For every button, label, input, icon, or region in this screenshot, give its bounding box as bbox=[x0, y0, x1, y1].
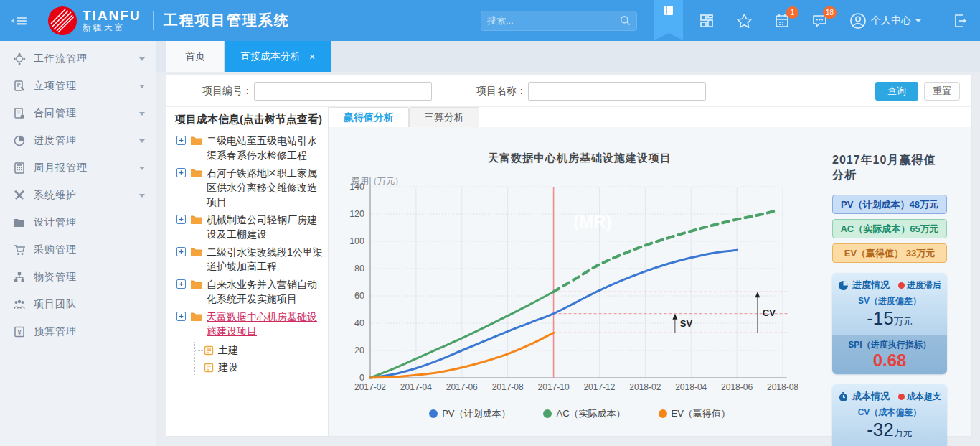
metric-value: -32万元 bbox=[832, 419, 947, 443]
user-menu[interactable]: 个人中心 bbox=[849, 12, 922, 29]
tree-connector bbox=[195, 350, 203, 351]
tree-node-label[interactable]: 二级引水渠改线段1公里渠道护坡加高工程 bbox=[207, 245, 324, 274]
tree-node-2: + 石河子铁路地区职工家属区供水分离移交维修改造项目 bbox=[175, 166, 324, 209]
sidebar-item-label: 进度管理 bbox=[34, 134, 77, 147]
project-tree-panel: 项目成本信息(点击树节点查看) + 二级电站至五级电站引水渠系春系停水检修工程+… bbox=[166, 107, 329, 436]
logout-button[interactable] bbox=[953, 13, 969, 29]
design-icon bbox=[13, 216, 26, 229]
sidebar-item-11[interactable]: ¥ 预算管理 bbox=[0, 318, 156, 345]
cost-timer-icon bbox=[838, 391, 849, 402]
svg-text:费用（万元）: 费用（万元） bbox=[352, 176, 403, 186]
tree-node-6: + 天富数据中心机房基础设施建设项目 bbox=[175, 310, 324, 338]
page-tab-2[interactable]: 直接成本分析× bbox=[225, 41, 331, 72]
analysis-tabbar: 赢得值分析三算分析 bbox=[329, 107, 971, 127]
expand-plus-icon[interactable]: + bbox=[176, 312, 186, 321]
summary-column: 2017年10月赢得值分析 PV（计划成本）48万元AC（实际成本）65万元EV… bbox=[831, 127, 971, 436]
user-avatar-icon bbox=[849, 12, 867, 29]
svg-text:2018-04: 2018-04 bbox=[675, 382, 707, 392]
tree-node-label[interactable]: 自来水业务并入营销自动化系统开发实施项目 bbox=[207, 277, 324, 306]
main-area: 首页直接成本分析× 项目编号： 项目名称： 查询 重置 项目成本信息(点击树节点… bbox=[156, 41, 980, 446]
bookmark-ribbon[interactable] bbox=[654, 0, 683, 33]
grid-icon bbox=[699, 13, 715, 29]
metric-label: CV（成本偏差） bbox=[832, 406, 947, 419]
card-title: 进度情况 bbox=[852, 279, 890, 292]
project-code-input[interactable] bbox=[254, 82, 432, 101]
metric-value: -15万元 bbox=[832, 308, 947, 332]
sidebar-collapse-button[interactable] bbox=[0, 0, 39, 41]
status-cards: 进度情况 进度滞后 SV（进度偏差） -15万元 SPI（进度执行指标） 0.6… bbox=[832, 273, 947, 446]
chart-column: 天富数据中心机房基础设施建设项目 0204060801001201402017-… bbox=[329, 127, 831, 436]
project-tree: + 二级电站至五级电站引水渠系春系停水检修工程+ 石河子铁路地区职工家属区供水分… bbox=[175, 134, 324, 376]
schedule-button[interactable]: 1 bbox=[774, 13, 790, 29]
page-tab-label: 首页 bbox=[185, 50, 205, 63]
project-name-input[interactable] bbox=[528, 82, 706, 101]
sidebar-item-label: 设计管理 bbox=[34, 216, 77, 229]
tree-leaf[interactable]: 建设 bbox=[195, 359, 324, 376]
expand-plus-icon[interactable]: + bbox=[176, 247, 186, 256]
sidebar-item-7[interactable]: 设计管理 bbox=[0, 209, 156, 236]
star-icon bbox=[736, 13, 753, 29]
project-setup-icon bbox=[13, 80, 26, 93]
sidebar-item-2[interactable]: 立项管理 bbox=[0, 73, 156, 100]
svg-text:60: 60 bbox=[354, 291, 364, 301]
svg-text:(MR): (MR) bbox=[573, 212, 611, 231]
sidebar-item-label: 采购管理 bbox=[34, 243, 77, 256]
chevron-down-icon bbox=[139, 167, 145, 170]
contract-icon bbox=[13, 107, 26, 120]
messages-button[interactable]: 18 bbox=[811, 13, 828, 29]
sidebar-nav: 工作流管理 立项管理 合同管理 进度管理 周月报管理 系统维护 设计管理 采购管… bbox=[0, 41, 156, 446]
sidebar-item-4[interactable]: 进度管理 bbox=[0, 127, 156, 154]
chart-title: 天富数据中心机房基础设施建设项目 bbox=[488, 152, 672, 165]
expand-plus-icon[interactable]: + bbox=[176, 215, 186, 224]
search-input[interactable] bbox=[487, 15, 620, 26]
folder-icon bbox=[190, 214, 202, 225]
legend-item[interactable]: AC（实际成本） bbox=[543, 407, 625, 420]
sidebar-item-8[interactable]: 采购管理 bbox=[0, 236, 156, 264]
analysis-tab-1[interactable]: 赢得值分析 bbox=[329, 107, 409, 127]
svg-text:2017-10: 2017-10 bbox=[538, 382, 570, 392]
close-icon[interactable]: × bbox=[309, 51, 315, 62]
content-wrap: 项目编号： 项目名称： 查询 重置 项目成本信息(点击树节点查看) + 二级电站… bbox=[156, 72, 980, 446]
tree-node-label[interactable]: 二级电站至五级电站引水渠系春系停水检修工程 bbox=[207, 134, 324, 162]
legend-item[interactable]: PV（计划成本） bbox=[429, 407, 510, 420]
legend-item[interactable]: EV（赢得值） bbox=[659, 407, 730, 420]
svg-text:40: 40 bbox=[354, 318, 364, 328]
folder-icon bbox=[190, 135, 202, 146]
chevron-down-icon bbox=[915, 19, 922, 22]
tree-node-label[interactable]: 天富数据中心机房基础设施建设项目 bbox=[207, 310, 324, 338]
sidebar-item-1[interactable]: 工作流管理 bbox=[0, 45, 156, 73]
svg-text:2018-02: 2018-02 bbox=[629, 382, 661, 392]
expand-plus-icon[interactable]: + bbox=[176, 279, 186, 289]
messages-badge: 18 bbox=[823, 6, 837, 19]
svg-text:2017-08: 2017-08 bbox=[492, 382, 524, 392]
analysis-tab-2[interactable]: 三算分析 bbox=[409, 107, 479, 127]
expand-plus-icon[interactable]: + bbox=[176, 136, 186, 145]
chart-region: 天富数据中心机房基础设施建设项目 0204060801001201402017-… bbox=[329, 127, 971, 436]
sidebar-item-5[interactable]: 周月报管理 bbox=[0, 154, 156, 182]
favorites-button[interactable] bbox=[736, 13, 753, 29]
sidebar-item-label: 立项管理 bbox=[34, 80, 77, 93]
sidebar-item-label: 周月报管理 bbox=[34, 162, 88, 175]
sidebar-item-label: 预算管理 bbox=[34, 325, 77, 338]
page-tab-1[interactable]: 首页 bbox=[166, 41, 225, 72]
ev-value-badge-3: EV（赢得值） 33万元 bbox=[832, 243, 947, 263]
expand-plus-icon[interactable]: + bbox=[176, 168, 186, 177]
tree-node-label[interactable]: 机械制造公司轻钢厂房建设及工棚建设 bbox=[207, 213, 324, 241]
global-search[interactable] bbox=[481, 11, 637, 31]
apps-grid-button[interactable] bbox=[699, 13, 715, 29]
sidebar-item-3[interactable]: 合同管理 bbox=[0, 100, 156, 127]
tree-leaf[interactable]: 土建 bbox=[195, 342, 324, 359]
tree-node-label[interactable]: 石河子铁路地区职工家属区供水分离移交维修改造项目 bbox=[207, 166, 324, 209]
top-header: TIANFU 新疆天富 工程项目管理系统 bbox=[0, 0, 980, 41]
tree-connector bbox=[195, 368, 203, 368]
tree-node-4: + 二级引水渠改线段1公里渠道护坡加高工程 bbox=[175, 245, 324, 274]
card-status: 进度滞后 bbox=[898, 279, 941, 292]
sidebar-item-9[interactable]: 物资管理 bbox=[0, 264, 156, 291]
procurement-icon bbox=[13, 243, 26, 256]
query-button[interactable]: 查询 bbox=[875, 82, 918, 101]
reset-button[interactable]: 重置 bbox=[924, 82, 960, 101]
chevron-down-icon bbox=[139, 139, 145, 143]
search-icon[interactable] bbox=[620, 15, 631, 26]
sidebar-item-10[interactable]: 项目团队 bbox=[0, 291, 156, 318]
sidebar-item-6[interactable]: 系统维护 bbox=[0, 182, 156, 209]
